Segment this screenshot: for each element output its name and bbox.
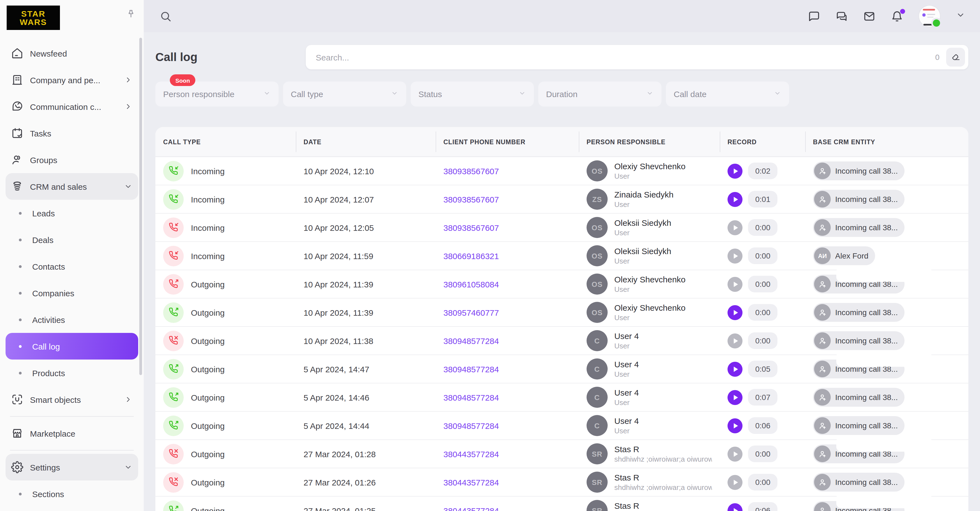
play-button[interactable] — [727, 220, 743, 235]
sidebar-item-sections[interactable]: Sections — [6, 481, 138, 507]
filter-duration[interactable]: Duration — [538, 81, 662, 107]
table-row[interactable]: Outgoing10 Apr 2024, 11:39380957460777OS… — [155, 299, 968, 327]
crm-entity-chip[interactable]: АИAlex Ford — [813, 246, 875, 265]
communication-icon — [11, 100, 23, 113]
column-header-date[interactable]: DATE — [296, 127, 436, 156]
sidebar-item-marketplace[interactable]: Marketplace — [6, 420, 138, 447]
clear-search-button[interactable] — [946, 48, 965, 67]
account-menu-chevron-down-icon[interactable] — [956, 10, 966, 22]
call-date: 27 Mar 2024, 01:26 — [304, 478, 376, 487]
column-header-base-crm-entity[interactable]: BASE CRM ENTITY — [805, 127, 968, 156]
table-row[interactable]: Outgoing10 Apr 2024, 11:39380961058084OS… — [155, 270, 968, 299]
workspace-logo[interactable]: STAR WARS — [7, 6, 60, 30]
play-button[interactable] — [727, 333, 743, 348]
client-phone-link[interactable]: 380443577284 — [443, 506, 499, 511]
play-button[interactable] — [727, 305, 743, 320]
client-phone-link[interactable]: 380669186321 — [443, 251, 499, 261]
crm-entity-chip[interactable]: Incoming call 38... — [813, 303, 905, 322]
search-input[interactable] — [315, 52, 935, 62]
crm-entity-chip[interactable]: Incoming call 38... — [813, 190, 905, 209]
table-row[interactable]: Outgoing27 Mar 2024, 01:26380443577284SR… — [155, 468, 968, 497]
sidebar-item-tasks[interactable]: Tasks — [6, 120, 138, 146]
client-phone-link[interactable]: 380948577284 — [443, 336, 499, 345]
global-search-icon[interactable] — [159, 10, 172, 22]
bullet-icon — [19, 291, 22, 295]
filter-call-type[interactable]: Call type — [283, 81, 406, 107]
play-button[interactable] — [727, 390, 743, 405]
filter-call-date[interactable]: Call date — [666, 81, 789, 107]
person-avatar: OS — [587, 302, 608, 323]
table-row[interactable]: Incoming10 Apr 2024, 12:05380938567607OS… — [155, 213, 968, 242]
table-row[interactable]: Outgoing5 Apr 2024, 14:47380948577284CUs… — [155, 355, 968, 384]
table-row[interactable]: Outgoing5 Apr 2024, 14:44380948577284CUs… — [155, 412, 968, 440]
sidebar-item-companies[interactable]: Companies — [6, 280, 138, 306]
filter-status[interactable]: Status — [410, 81, 534, 107]
cell-person: SRStas Rshdhiwhz ;oiwroiwar;a oiwurowa — [579, 468, 720, 496]
play-button[interactable] — [727, 248, 743, 263]
sidebar-item-contacts[interactable]: Contacts — [6, 253, 138, 280]
sidebar-item-settings[interactable]: Settings — [6, 454, 138, 481]
table-row[interactable]: Incoming10 Apr 2024, 11:59380669186321OS… — [155, 242, 968, 270]
sidebar-item-products[interactable]: Products — [6, 360, 138, 386]
sidebar-item-call-log[interactable]: Call log — [6, 333, 138, 360]
client-phone-link[interactable]: 380957460777 — [443, 308, 499, 317]
call-type-label: Outgoing — [191, 421, 225, 430]
client-phone-link[interactable]: 380938567607 — [443, 194, 499, 204]
person-name: User 4 — [614, 360, 639, 369]
crm-entity-chip[interactable]: Incoming call 38... — [813, 388, 905, 407]
table-row[interactable]: Outgoing27 Mar 2024, 01:25380443577284SR… — [155, 497, 968, 511]
column-header-client-phone-number[interactable]: CLIENT PHONE NUMBER — [436, 127, 579, 156]
crm-entity-chip[interactable]: Incoming call 38... — [813, 161, 905, 180]
crm-entity-chip[interactable]: Incoming call 38... — [813, 331, 905, 350]
client-phone-link[interactable]: 380938567607 — [443, 166, 499, 176]
chat-icon[interactable] — [807, 10, 820, 22]
sidebar-item-company-and-pe[interactable]: Company and pe... — [6, 67, 138, 93]
play-button[interactable] — [727, 192, 743, 207]
sidebar-item-activities[interactable]: Activities — [6, 306, 138, 333]
crm-entity-chip[interactable]: Incoming call 38... — [813, 218, 905, 237]
pin-sidebar-icon[interactable] — [126, 9, 136, 21]
column-header-call-type[interactable]: CALL TYPE — [155, 127, 296, 156]
filter-person-responsible[interactable]: SoonPerson responsible — [155, 81, 278, 107]
play-button[interactable] — [727, 277, 743, 291]
table-row[interactable]: Incoming10 Apr 2024, 12:10380938567607OS… — [155, 157, 968, 185]
play-button[interactable] — [727, 361, 743, 376]
mail-icon[interactable] — [863, 10, 876, 22]
play-button[interactable] — [727, 418, 743, 433]
sidebar-item-groups[interactable]: Groups — [6, 146, 138, 173]
column-header-person-responsible[interactable]: PERSON RESPONSIBLE — [579, 127, 720, 156]
sidebar-item-newsfeed[interactable]: Newsfeed — [6, 40, 138, 67]
user-avatar[interactable] — [918, 5, 940, 27]
sidebar-scrollbar[interactable] — [139, 38, 142, 375]
client-phone-link[interactable]: 380961058084 — [443, 279, 499, 289]
cell-call-type: Incoming — [155, 213, 296, 241]
client-phone-link[interactable]: 380948577284 — [443, 421, 499, 430]
call-type-label: Outgoing — [191, 279, 225, 289]
sidebar-item-communication-c[interactable]: Communication c... — [6, 93, 138, 120]
table-row[interactable]: Outgoing27 Mar 2024, 01:28380443577284SR… — [155, 440, 968, 468]
client-phone-link[interactable]: 380443577284 — [443, 478, 499, 487]
table-row[interactable]: Outgoing10 Apr 2024, 11:38380948577284CU… — [155, 327, 968, 355]
client-phone-link[interactable]: 380948577284 — [443, 364, 499, 374]
play-button[interactable] — [727, 446, 743, 461]
call-declined-icon — [163, 444, 184, 464]
client-phone-link[interactable]: 380443577284 — [443, 449, 499, 458]
client-phone-link[interactable]: 380938567607 — [443, 223, 499, 232]
sidebar-item-leads[interactable]: Leads — [6, 200, 138, 226]
play-button[interactable] — [727, 474, 743, 490]
crm-entity-chip[interactable]: Incoming call 38... — [813, 416, 905, 435]
chats-icon[interactable] — [835, 10, 848, 22]
column-header-record[interactable]: RECORD — [720, 127, 805, 156]
table-row[interactable]: Incoming10 Apr 2024, 12:07380938567607ZS… — [155, 185, 968, 213]
play-button[interactable] — [727, 163, 743, 178]
table-row[interactable]: Outgoing5 Apr 2024, 14:46380948577284CUs… — [155, 384, 968, 412]
sidebar-item-crm-and-sales[interactable]: CRM and sales — [6, 173, 138, 200]
sidebar-item-deals[interactable]: Deals — [6, 226, 138, 253]
play-button[interactable] — [727, 503, 743, 511]
client-phone-link[interactable]: 380948577284 — [443, 393, 499, 402]
person-name: User 4 — [614, 416, 639, 425]
cell-date: 10 Apr 2024, 11:59 — [296, 242, 436, 270]
sidebar-item-smart-objects[interactable]: Smart objects — [6, 386, 138, 413]
bell-icon[interactable] — [891, 10, 904, 22]
crm-entity-chip[interactable]: Incoming call 38... — [813, 473, 905, 492]
